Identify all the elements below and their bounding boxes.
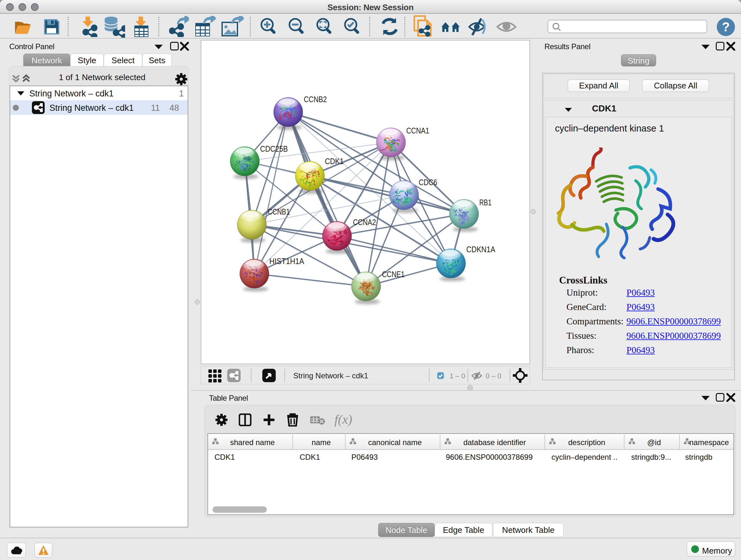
svg-text:CCNB1: CCNB1	[268, 207, 290, 216]
svg-text:CCNB2: CCNB2	[304, 95, 327, 104]
svg-text:CDC25B: CDC25B	[260, 144, 288, 153]
svg-text:CDKN1A: CDKN1A	[466, 245, 495, 254]
svg-text:HIST1H1A: HIST1H1A	[269, 256, 305, 266]
svg-text:CDC6: CDC6	[419, 178, 437, 187]
svg-text:CCNE1: CCNE1	[382, 269, 405, 279]
svg-text:CDK1: CDK1	[325, 157, 344, 166]
svg-text:CCNA1: CCNA1	[406, 126, 429, 135]
svg-text:CCNA2: CCNA2	[353, 217, 376, 227]
svg-text:RB1: RB1	[479, 198, 491, 207]
